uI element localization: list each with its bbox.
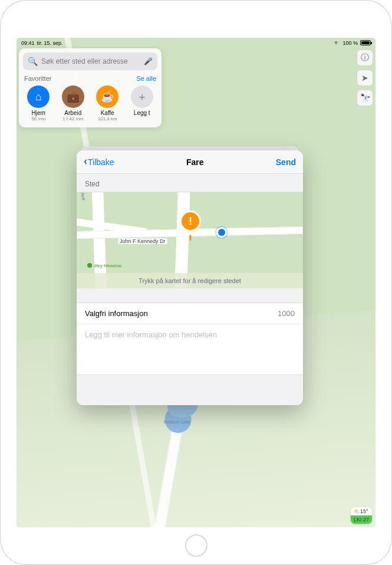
favorite-home[interactable]: ⌂ Hjem 56 min — [23, 86, 54, 121]
hazard-pin[interactable]: ! — [182, 212, 199, 230]
info-button[interactable]: ⓘ — [357, 50, 373, 66]
favorites-label: Favoritter — [24, 75, 51, 82]
search-input[interactable]: 🔍 Søk etter sted eller adresse 🎤 — [23, 52, 157, 70]
road-label: John F Kennedy Dr — [118, 238, 167, 244]
lake-label: Metson Lake — [164, 419, 191, 425]
park-label: dley Meadow — [87, 263, 121, 268]
favorite-name: Hjem — [32, 110, 45, 116]
favorite-sub: 56 min — [31, 116, 45, 121]
home-button[interactable] — [185, 534, 207, 557]
home-icon: ⌂ — [27, 86, 50, 108]
favorite-coffee[interactable]: ☕ Kaffe 101,4 km — [92, 86, 123, 121]
info-icon: ⓘ — [361, 52, 369, 63]
send-button[interactable]: Send — [276, 157, 296, 167]
current-location-dot — [218, 229, 225, 236]
dictate-icon[interactable]: 🎤 — [144, 57, 153, 65]
report-hazard-modal: ‹ Tilbake Fare Send Sted 30th Ave John F… — [77, 150, 303, 405]
warning-icon: ! — [189, 215, 192, 228]
favorites-list: ⌂ Hjem 56 min 💼 Arbeid 1 t 42 min ☕ Kaff… — [23, 86, 157, 121]
weather-chip[interactable]: ⛅ 15° LKI 27 — [351, 507, 372, 524]
optional-textarea[interactable]: Legg til mer informasjon om hendelsen — [77, 324, 303, 375]
modal-header: ‹ Tilbake Fare Send — [77, 150, 303, 174]
modal-map[interactable]: 30th Ave John F Kennedy Dr dley Meadow !… — [77, 192, 303, 288]
optional-placeholder: Legg til mer informasjon om hendelsen — [85, 330, 217, 339]
screen: 09:41 tir. 15. sep. ᯤ 100 % Metson Lake … — [17, 38, 375, 527]
status-time: 09:41 — [21, 40, 35, 46]
back-button[interactable]: ‹ Tilbake — [84, 156, 114, 167]
binoculars-icon: 🔭 — [360, 93, 370, 103]
plus-icon: ＋ — [131, 86, 153, 108]
favorite-work[interactable]: 💼 Arbeid 1 t 42 min — [58, 86, 89, 121]
optional-label: Valgfri informasjon — [85, 309, 148, 318]
map-edit-hint: Trykk på kartet for å redigere stedet — [77, 273, 303, 288]
coffee-icon: ☕ — [96, 86, 118, 108]
locate-button[interactable]: ➤ — [357, 70, 373, 86]
road-shape — [77, 215, 147, 235]
search-card: 🔍 Søk etter sted eller adresse 🎤 Favorit… — [19, 48, 162, 127]
char-count: 1000 — [278, 309, 295, 318]
location-arrow-icon: ➤ — [361, 73, 368, 83]
battery-icon — [360, 40, 371, 45]
back-label: Tilbake — [88, 157, 114, 167]
weather-temp: 15° — [360, 508, 368, 514]
look-around-button[interactable]: 🔭 — [357, 90, 373, 106]
status-bar: 09:41 tir. 15. sep. ᯤ 100 % — [17, 38, 375, 47]
optional-info-section: Valgfri informasjon 1000 Legg til mer in… — [77, 303, 303, 375]
wifi-icon: ᯤ — [334, 40, 340, 46]
favorite-name: Arbeid — [64, 110, 81, 116]
favorite-sub: 1 t 42 min — [62, 116, 83, 121]
favorite-name: Kaffe — [101, 110, 114, 116]
weather-aqi: LKI 27 — [354, 517, 369, 523]
section-place-label: Sted — [77, 174, 303, 192]
modal-title: Fare — [186, 157, 204, 167]
search-placeholder: Søk etter sted eller adresse — [41, 57, 140, 65]
status-date: tir. 15. sep. — [37, 40, 63, 46]
search-icon: 🔍 — [28, 57, 38, 66]
ipad-device-frame: 09:41 tir. 15. sep. ᯤ 100 % Metson Lake … — [0, 0, 392, 565]
side-road-label: 30th Ave — [78, 192, 86, 201]
favorite-name: Legg t — [134, 110, 150, 116]
briefcase-icon: 💼 — [62, 86, 84, 108]
chevron-left-icon: ‹ — [84, 155, 87, 167]
favorite-add[interactable]: ＋ Legg t — [127, 86, 158, 121]
battery-text: 100 % — [342, 40, 358, 46]
favorite-sub: 101,4 km — [98, 116, 117, 121]
see-all-link[interactable]: Se alle — [136, 75, 156, 82]
weather-icon: ⛅ — [354, 508, 360, 514]
map-controls: ⓘ ➤ 🔭 — [357, 50, 373, 106]
